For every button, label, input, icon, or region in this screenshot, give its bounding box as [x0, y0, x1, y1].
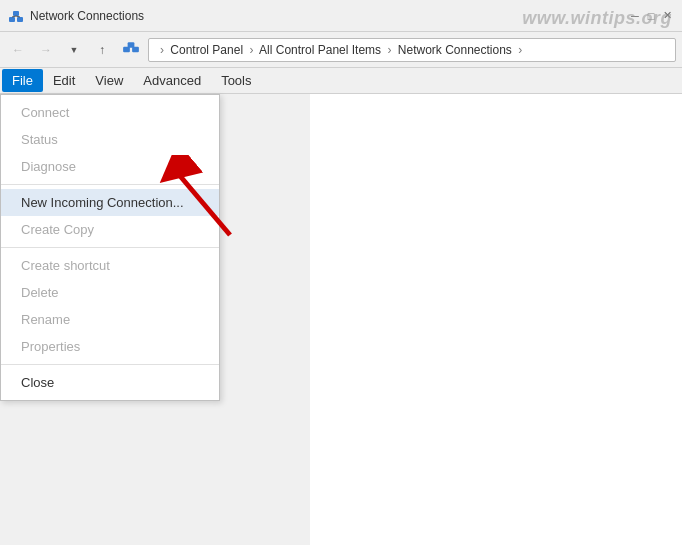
main-content — [310, 94, 682, 545]
menu-delete: Delete — [1, 279, 219, 306]
menu-diagnose: Diagnose — [1, 153, 219, 180]
svg-line-4 — [16, 16, 20, 17]
svg-rect-0 — [9, 17, 15, 22]
menu-properties: Properties — [1, 333, 219, 360]
title-bar-icon — [8, 8, 24, 24]
back-button[interactable]: ← — [6, 38, 30, 62]
svg-rect-7 — [128, 42, 135, 48]
separator-3 — [1, 364, 219, 365]
svg-rect-2 — [13, 11, 19, 16]
separator-1 — [1, 184, 219, 185]
up-button[interactable]: ↑ — [90, 38, 114, 62]
file-dropdown-menu: Connect Status Diagnose New Incoming Con… — [0, 94, 220, 401]
address-icon — [122, 41, 140, 59]
watermark: www.wintips.org — [522, 8, 672, 29]
forward-button[interactable]: → — [34, 38, 58, 62]
menu-advanced[interactable]: Advanced — [133, 69, 211, 92]
address-bar[interactable]: › Control Panel › All Control Panel Item… — [148, 38, 676, 62]
menu-file[interactable]: File — [2, 69, 43, 92]
menu-tools[interactable]: Tools — [211, 69, 261, 92]
address-control-panel[interactable]: Control Panel — [167, 43, 243, 57]
address-all-items[interactable]: All Control Panel Items — [256, 43, 381, 57]
menu-new-incoming-connection[interactable]: New Incoming Connection... — [1, 189, 219, 216]
menu-edit[interactable]: Edit — [43, 69, 85, 92]
menu-connect: Connect — [1, 99, 219, 126]
svg-line-3 — [12, 16, 16, 17]
menu-create-shortcut: Create shortcut — [1, 252, 219, 279]
menu-create-copy: Create Copy — [1, 216, 219, 243]
menu-bar: File Edit View Advanced Tools Connect St… — [0, 68, 682, 94]
menu-close[interactable]: Close — [1, 369, 219, 396]
svg-rect-1 — [17, 17, 23, 22]
menu-view[interactable]: View — [85, 69, 133, 92]
separator-2 — [1, 247, 219, 248]
menu-rename: Rename — [1, 306, 219, 333]
dropdown-button[interactable]: ▼ — [62, 38, 86, 62]
menu-status: Status — [1, 126, 219, 153]
nav-bar: ← → ▼ ↑ › Control Panel › All Control Pa… — [0, 32, 682, 68]
address-network-connections[interactable]: Network Connections — [394, 43, 511, 57]
